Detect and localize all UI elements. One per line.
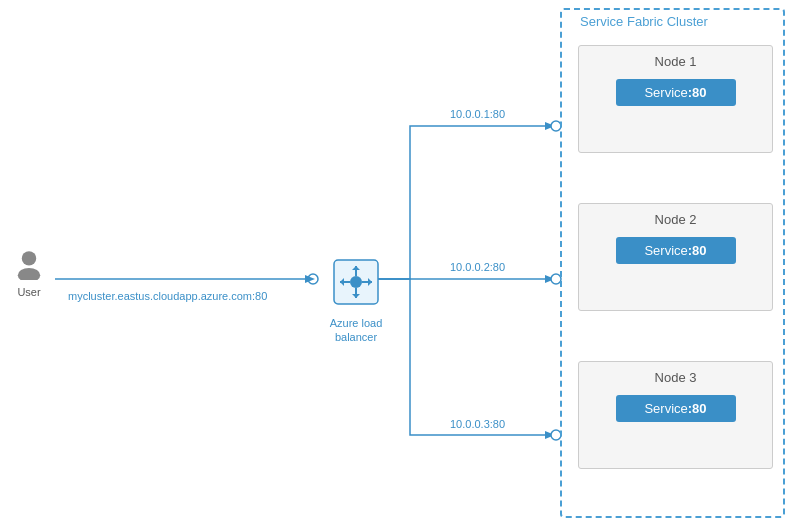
- svg-point-13: [350, 276, 362, 288]
- node-1-service-text: Service: [644, 85, 687, 100]
- ip-label-node3: 10.0.0.3:80: [450, 418, 505, 430]
- node-2-service: Service :80: [616, 237, 736, 264]
- node-2-label: Node 2: [579, 204, 772, 227]
- node-3-service-text: Service: [644, 401, 687, 416]
- node-3-service: Service :80: [616, 395, 736, 422]
- user-figure: User: [8, 248, 50, 298]
- node-1-port: :80: [688, 85, 707, 100]
- lb-label: Azure load balancer: [316, 316, 396, 345]
- node-3-port: :80: [688, 401, 707, 416]
- cluster-label: Service Fabric Cluster: [580, 14, 708, 29]
- user-label: User: [8, 286, 50, 298]
- diagram-canvas: Service Fabric Cluster Node 1 Service :8…: [0, 0, 799, 529]
- node-2-box: Node 2 Service :80: [578, 203, 773, 311]
- url-label: mycluster.eastus.cloudapp.azure.com:80: [68, 290, 267, 302]
- user-icon: [13, 248, 45, 280]
- node-3-label: Node 3: [579, 362, 772, 385]
- node-1-service: Service :80: [616, 79, 736, 106]
- lb-icon: [330, 256, 382, 308]
- lb-container: Azure load balancer: [316, 256, 396, 345]
- node-2-service-text: Service: [644, 243, 687, 258]
- svg-point-11: [18, 268, 40, 280]
- node-1-label: Node 1: [579, 46, 772, 69]
- ip-label-node2: 10.0.0.2:80: [450, 261, 505, 273]
- node-3-box: Node 3 Service :80: [578, 361, 773, 469]
- node-2-port: :80: [688, 243, 707, 258]
- svg-point-10: [22, 251, 36, 265]
- ip-label-node1: 10.0.0.1:80: [450, 108, 505, 120]
- node-1-box: Node 1 Service :80: [578, 45, 773, 153]
